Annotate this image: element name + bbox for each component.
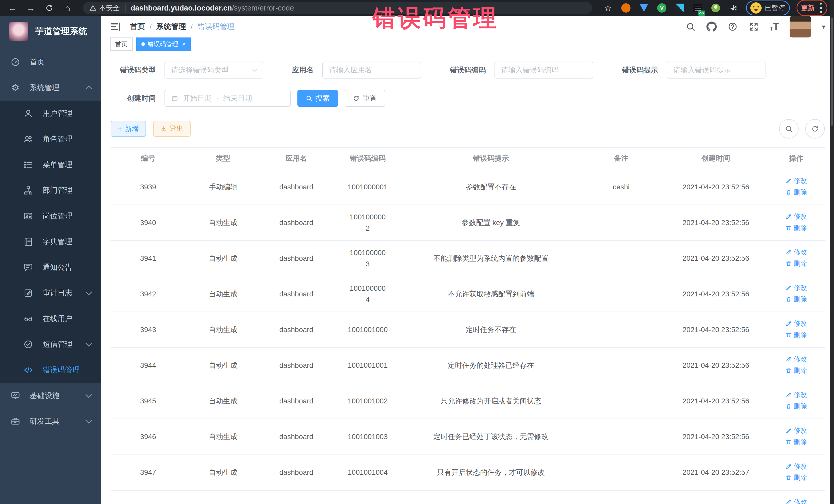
- extensions-puzzle-icon[interactable]: [728, 2, 739, 14]
- edit-link[interactable]: 修改: [786, 318, 807, 328]
- scrollbar-thumb[interactable]: [831, 18, 833, 126]
- security-label: 不安全: [99, 3, 120, 13]
- edit-icon: [786, 178, 792, 184]
- tab-home[interactable]: 首页: [110, 38, 133, 51]
- extension-orange-icon[interactable]: [620, 2, 632, 14]
- profile-status[interactable]: 已暂停: [765, 3, 786, 13]
- chevron-down-icon: [85, 417, 92, 423]
- help-icon[interactable]: [727, 22, 738, 32]
- close-icon[interactable]: ×: [182, 41, 185, 48]
- error-hint-input[interactable]: [673, 66, 759, 74]
- app-logo-row[interactable]: 芋道管理系统: [0, 16, 101, 47]
- window-scrollbar[interactable]: [830, 0, 834, 504]
- active-tab-dot: [141, 42, 145, 46]
- edit-link[interactable]: 修改: [786, 497, 807, 504]
- edit-link[interactable]: 修改: [786, 354, 807, 364]
- sidebar-item-dictionary[interactable]: 字典管理: [0, 229, 101, 255]
- sidebar-item-posts[interactable]: 岗位管理: [0, 203, 101, 229]
- edit-link[interactable]: 修改: [786, 211, 807, 221]
- delete-link[interactable]: 删除: [786, 294, 807, 304]
- table-row: 3939手动编辑dashboard1001000001参数配置不存在ceshi2…: [111, 169, 825, 205]
- tab-error-code[interactable]: 错误码管理 ×: [136, 38, 191, 51]
- error-code-input[interactable]: [501, 66, 587, 74]
- avatar-caret-down-icon[interactable]: ▾: [822, 23, 825, 31]
- edit-link[interactable]: 修改: [786, 247, 807, 257]
- date-range-picker[interactable]: 开始日期 - 结束日期: [164, 90, 291, 107]
- delete-link[interactable]: 删除: [786, 366, 807, 376]
- delete-link[interactable]: 删除: [786, 473, 807, 483]
- browser-profile-avatar[interactable]: [750, 2, 762, 14]
- edit-link[interactable]: 修改: [786, 390, 807, 400]
- error-type-select[interactable]: 请选择错误码类型: [164, 62, 263, 79]
- app-title: 芋道管理系统: [35, 25, 87, 37]
- table-row: 3947自动生成dashboard1001001004只有开启状态的任务，才可以…: [111, 455, 825, 490]
- edit-icon: [786, 213, 792, 219]
- sidebar-item-menus[interactable]: 菜单管理: [0, 152, 101, 178]
- dictionary-icon: [23, 237, 34, 247]
- tags-view: 首页 错误码管理 ×: [101, 38, 834, 51]
- refresh-table-button[interactable]: [805, 119, 825, 138]
- refresh-icon: [811, 125, 819, 133]
- hamburger-icon[interactable]: [110, 21, 122, 32]
- home-icon[interactable]: ⌂: [62, 2, 73, 14]
- delete-link[interactable]: 删除: [786, 437, 807, 447]
- sidebar-item-departments[interactable]: 部门管理: [0, 178, 101, 203]
- sidebar-item-system[interactable]: ⚙ 系统管理: [0, 75, 101, 101]
- sidebar-item-online-users[interactable]: 在线用户: [0, 306, 101, 332]
- fullscreen-icon[interactable]: [749, 22, 759, 32]
- announcement-icon: [23, 262, 34, 272]
- extension-green-check-icon[interactable]: V: [656, 2, 667, 14]
- start-date-placeholder: 开始日期: [183, 93, 212, 103]
- sidebar-item-error-code[interactable]: 错误码管理: [0, 357, 101, 383]
- search-button[interactable]: 搜索: [298, 90, 338, 107]
- sidebar-item-sms[interactable]: 短信管理: [0, 332, 101, 357]
- back-icon[interactable]: ←: [7, 2, 18, 14]
- sidebar-item-users[interactable]: 用户管理: [0, 101, 101, 126]
- search-icon: [785, 125, 793, 133]
- edit-link[interactable]: 修改: [786, 176, 807, 186]
- sidebar-item-home[interactable]: 首页: [0, 49, 101, 75]
- sidebar-item-audit-log[interactable]: 审计日志: [0, 280, 101, 306]
- edit-icon: [786, 428, 792, 434]
- sidebar-item-roles[interactable]: 角色管理: [0, 126, 101, 152]
- delete-link[interactable]: 删除: [786, 330, 807, 340]
- delete-link[interactable]: 删除: [786, 401, 807, 411]
- breadcrumb-home[interactable]: 首页: [130, 22, 145, 32]
- delete-link[interactable]: 删除: [786, 258, 807, 269]
- font-size-icon[interactable]: TT: [770, 21, 778, 32]
- edit-link[interactable]: 修改: [786, 461, 807, 472]
- extension-switch-icon[interactable]: on: [692, 2, 703, 14]
- bookmark-star-icon[interactable]: ☆: [602, 2, 614, 14]
- edit-icon: [786, 356, 792, 362]
- github-icon[interactable]: [706, 22, 717, 32]
- breadcrumb-system[interactable]: 系统管理: [156, 22, 186, 32]
- extension-person-icon[interactable]: [710, 2, 721, 14]
- sidebar-item-infrastructure[interactable]: 基础设施: [0, 383, 101, 409]
- edit-link[interactable]: 修改: [786, 283, 807, 293]
- app-name-input[interactable]: [329, 66, 414, 74]
- sidebar-item-announcements[interactable]: 通知公告: [0, 255, 101, 280]
- extension-gem-icon[interactable]: [638, 2, 650, 14]
- toggle-search-button[interactable]: [779, 119, 798, 138]
- browser-update-button[interactable]: 更新: [801, 3, 815, 13]
- browser-menu-icon[interactable]: •••: [819, 2, 823, 14]
- add-button[interactable]: + 新增: [111, 121, 146, 137]
- header-search-icon[interactable]: [685, 22, 696, 32]
- plus-icon: +: [118, 125, 123, 133]
- extension-grid-icon[interactable]: [674, 2, 685, 14]
- chevron-down-icon: [85, 391, 92, 398]
- delete-link[interactable]: 删除: [786, 223, 807, 233]
- export-button[interactable]: 导出: [153, 121, 191, 137]
- delete-link[interactable]: 删除: [786, 187, 807, 197]
- forward-icon[interactable]: →: [25, 2, 37, 14]
- edit-link[interactable]: 修改: [786, 425, 807, 436]
- reset-button[interactable]: 重置: [345, 90, 385, 107]
- sidebar-item-devtools[interactable]: 研发工具: [0, 409, 101, 434]
- edit-icon: [786, 320, 792, 326]
- reload-icon[interactable]: [44, 2, 55, 14]
- error-code-table: 编号 类型 应用名 错误码编码 错误码提示 备注 创建时间 操作 3939手动编…: [111, 147, 825, 504]
- error-hint-label: 错误码提示: [622, 65, 658, 75]
- address-bar[interactable]: 不安全 dashboard.yudao.iocoder.cn/system/er…: [83, 2, 592, 14]
- chevron-down-icon: [85, 340, 92, 346]
- user-avatar[interactable]: [790, 16, 811, 38]
